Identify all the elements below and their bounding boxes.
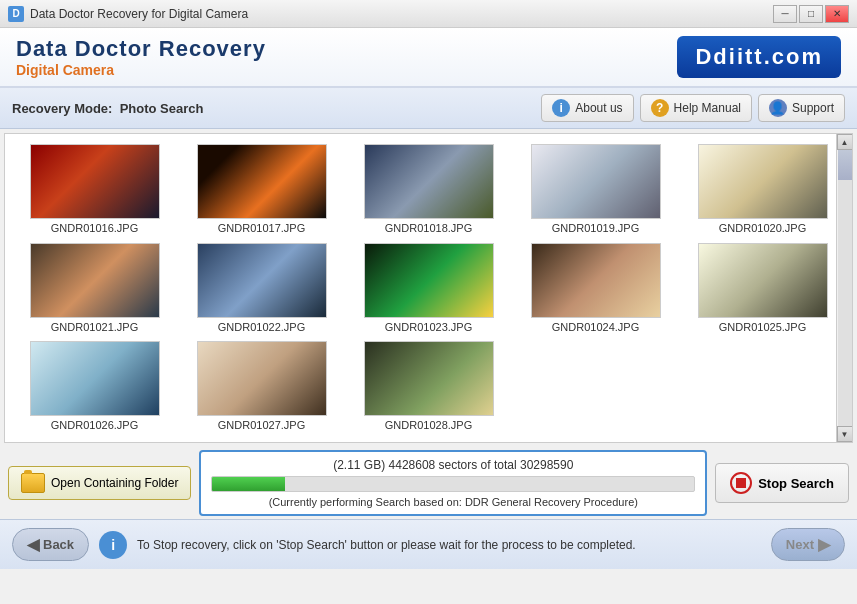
photo-item[interactable]: GNDR01021.JPG [15, 243, 174, 334]
photo-label: GNDR01026.JPG [51, 419, 138, 431]
progress-text: (2.11 GB) 4428608 sectors of total 30298… [211, 458, 695, 472]
support-icon: 👤 [769, 99, 787, 117]
photo-item[interactable]: GNDR01028.JPG [349, 341, 508, 432]
photo-thumbnail [531, 144, 661, 219]
progress-bar-background [211, 476, 695, 492]
close-button[interactable]: ✕ [825, 5, 849, 23]
back-arrow-icon: ◀ [27, 535, 39, 554]
photo-item[interactable]: GNDR01024.JPG [516, 243, 675, 334]
toolbar: Recovery Mode: Photo Search i About us ?… [0, 88, 857, 129]
photo-item[interactable]: GNDR01018.JPG [349, 144, 508, 235]
photo-label: GNDR01024.JPG [552, 321, 639, 333]
footer-info-icon: i [99, 531, 127, 559]
toolbar-buttons: i About us ? Help Manual 👤 Support [541, 94, 845, 122]
about-us-label: About us [575, 101, 622, 115]
photo-item[interactable]: GNDR01022.JPG [182, 243, 341, 334]
recovery-mode-prefix: Recovery Mode: [12, 101, 112, 116]
photo-item[interactable]: GNDR01020.JPG [683, 144, 842, 235]
open-folder-label: Open Containing Folder [51, 476, 178, 490]
next-label: Next [786, 537, 814, 552]
photo-thumbnail [197, 243, 327, 318]
brand-subtitle: Digital Camera [16, 62, 266, 78]
photo-thumbnail [364, 243, 494, 318]
next-button[interactable]: Next ▶ [771, 528, 845, 561]
photo-item[interactable]: GNDR01027.JPG [182, 341, 341, 432]
photo-thumbnail [30, 243, 160, 318]
help-manual-label: Help Manual [674, 101, 741, 115]
scroll-down-arrow[interactable]: ▼ [837, 426, 853, 442]
brand: Data Doctor Recovery Digital Camera [16, 36, 266, 78]
photo-thumbnail [364, 341, 494, 416]
photo-thumbnail [197, 144, 327, 219]
recovery-mode-label: Recovery Mode: Photo Search [12, 101, 203, 116]
photo-thumbnail [364, 144, 494, 219]
about-us-button[interactable]: i About us [541, 94, 633, 122]
scroll-track [838, 150, 852, 426]
titlebar: D Data Doctor Recovery for Digital Camer… [0, 0, 857, 28]
open-folder-button[interactable]: Open Containing Folder [8, 466, 191, 500]
photo-item[interactable]: GNDR01023.JPG [349, 243, 508, 334]
title-text: Data Doctor Recovery for Digital Camera [30, 7, 773, 21]
back-label: Back [43, 537, 74, 552]
brand-title: Data Doctor Recovery [16, 36, 266, 62]
photo-thumbnail [197, 341, 327, 416]
status-area: Open Containing Folder (2.11 GB) 4428608… [0, 447, 857, 519]
scroll-up-arrow[interactable]: ▲ [837, 134, 853, 150]
window-controls: ─ □ ✕ [773, 5, 849, 23]
photo-item[interactable]: GNDR01019.JPG [516, 144, 675, 235]
photo-item[interactable]: GNDR01025.JPG [683, 243, 842, 334]
stop-square [736, 478, 746, 488]
photo-item[interactable]: GNDR01016.JPG [15, 144, 174, 235]
maximize-button[interactable]: □ [799, 5, 823, 23]
help-icon: ? [651, 99, 669, 117]
photo-thumbnail [30, 341, 160, 416]
next-arrow-icon: ▶ [818, 535, 830, 554]
photo-label: GNDR01018.JPG [385, 222, 472, 234]
photo-label: GNDR01025.JPG [719, 321, 806, 333]
progress-sub-text: (Currently performing Search based on: D… [211, 496, 695, 508]
photo-thumbnail [698, 144, 828, 219]
photo-label: GNDR01020.JPG [719, 222, 806, 234]
minimize-button[interactable]: ─ [773, 5, 797, 23]
photo-label: GNDR01028.JPG [385, 419, 472, 431]
stop-search-button[interactable]: Stop Search [715, 463, 849, 503]
photo-item[interactable]: GNDR01026.JPG [15, 341, 174, 432]
recovery-mode-value: Photo Search [120, 101, 204, 116]
photo-thumbnail [531, 243, 661, 318]
photo-label: GNDR01021.JPG [51, 321, 138, 333]
app-icon: D [8, 6, 24, 22]
photo-label: GNDR01023.JPG [385, 321, 472, 333]
folder-icon [21, 473, 45, 493]
footer: ◀ Back i To Stop recovery, click on 'Sto… [0, 519, 857, 569]
info-icon: i [552, 99, 570, 117]
photo-label: GNDR01022.JPG [218, 321, 305, 333]
photo-label: GNDR01019.JPG [552, 222, 639, 234]
support-button[interactable]: 👤 Support [758, 94, 845, 122]
photo-thumbnail [698, 243, 828, 318]
stop-search-label: Stop Search [758, 476, 834, 491]
photo-label: GNDR01016.JPG [51, 222, 138, 234]
photo-item[interactable]: GNDR01017.JPG [182, 144, 341, 235]
ddiitt-logo: Ddiitt.com [677, 36, 841, 78]
photo-label: GNDR01027.JPG [218, 419, 305, 431]
scrollbar[interactable]: ▲ ▼ [836, 134, 852, 442]
photo-grid: GNDR01016.JPGGNDR01017.JPGGNDR01018.JPGG… [5, 134, 852, 442]
header: Data Doctor Recovery Digital Camera Ddii… [0, 28, 857, 88]
footer-info-text: To Stop recovery, click on 'Stop Search'… [137, 538, 761, 552]
help-manual-button[interactable]: ? Help Manual [640, 94, 752, 122]
progress-box: (2.11 GB) 4428608 sectors of total 30298… [199, 450, 707, 516]
photo-grid-container: GNDR01016.JPGGNDR01017.JPGGNDR01018.JPGG… [4, 133, 853, 443]
stop-icon [730, 472, 752, 494]
progress-bar-fill [212, 477, 284, 491]
scroll-thumb[interactable] [838, 150, 852, 180]
photo-label: GNDR01017.JPG [218, 222, 305, 234]
photo-thumbnail [30, 144, 160, 219]
support-label: Support [792, 101, 834, 115]
back-button[interactable]: ◀ Back [12, 528, 89, 561]
